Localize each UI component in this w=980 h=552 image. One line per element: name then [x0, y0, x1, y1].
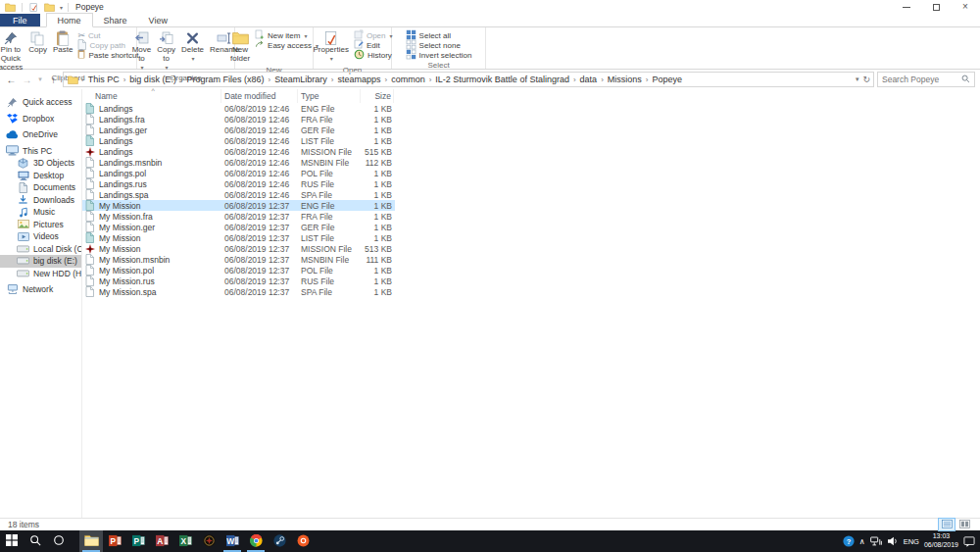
search-button[interactable]: [24, 530, 47, 552]
breadcrumb-item-data[interactable]: data: [577, 75, 601, 84]
file-row-landings-list-file[interactable]: Landings06/08/2019 12:46LIST File1 KB: [82, 135, 395, 146]
delete-button[interactable]: Delete: [178, 29, 207, 73]
file-row-landings-rus-rus-file[interactable]: Landings.rus06/08/2019 12:46RUS File1 KB: [82, 178, 395, 189]
tab-home[interactable]: Home: [46, 13, 93, 27]
clock[interactable]: 13:03 06/08/2019: [924, 532, 958, 550]
sidebar-item-local-disk-c[interactable]: Local Disk (C:): [0, 243, 81, 256]
sidebar-item-music[interactable]: Music: [0, 206, 81, 219]
help-icon[interactable]: ?: [843, 535, 855, 547]
tab-view[interactable]: View: [138, 14, 178, 26]
sidebar-item-onedrive[interactable]: OneDrive: [0, 128, 81, 141]
up-button[interactable]: ↑: [47, 75, 60, 85]
sidebar-item-pictures[interactable]: Pictures: [0, 219, 81, 231]
file-row-my-mission-msnbin-msnbin-file[interactable]: My Mission.msnbin06/08/2019 12:37MSNBIN …: [82, 254, 395, 265]
show-hidden-icons-chevron[interactable]: ∧: [859, 537, 865, 546]
pin-to-quick-access-button[interactable]: Pin to Quick access: [0, 29, 25, 73]
breadcrumb-item-il-2-sturmovik-battle-of-stalingrad[interactable]: IL-2 Sturmovik Battle of Stalingrad: [432, 75, 572, 84]
sidebar-item-network[interactable]: Network: [0, 283, 81, 296]
breadcrumb-item-this-pc[interactable]: This PC: [85, 75, 122, 84]
cut-label: Cut: [88, 31, 100, 40]
invert-selection-button[interactable]: Invert selection: [404, 50, 474, 60]
file-row-landings-mission-file[interactable]: Landings06/08/2019 12:46MISSION File515 …: [82, 146, 395, 157]
file-row-landings-pol-pol-file[interactable]: Landings.pol06/08/2019 12:46POL File1 KB: [82, 168, 395, 178]
tab-share[interactable]: Share: [93, 14, 138, 26]
thumbnails-view-icon: [959, 520, 970, 530]
file-row-my-mission-mission-file[interactable]: My Mission06/08/2019 12:37MISSION File51…: [82, 243, 395, 254]
language-indicator[interactable]: ENG: [904, 537, 919, 546]
forward-button[interactable]: →: [21, 75, 33, 85]
file-row-landings-ger-ger-file[interactable]: Landings.ger06/08/2019 12:46GER File1 KB: [82, 125, 395, 135]
breadcrumb-item-big-disk-e[interactable]: big disk (E:): [126, 75, 179, 84]
copy-to-button[interactable]: Copy to: [154, 29, 178, 73]
file-explorer-button[interactable]: [79, 530, 103, 552]
access-button[interactable]: A: [150, 530, 173, 552]
column-header-name[interactable]: Name ^: [82, 89, 221, 103]
file-row-landings-fra-fra-file[interactable]: Landings.fra06/08/2019 12:46FRA File1 KB: [82, 114, 395, 125]
sidebar-item-new-hdd-h[interactable]: New HDD (H:): [0, 268, 81, 280]
qat-customize-caret[interactable]: [59, 2, 63, 12]
sidebar-item-big-disk-e[interactable]: big disk (E:): [0, 255, 81, 268]
sidebar-item-downloads[interactable]: Downloads: [0, 194, 81, 207]
breadcrumb-item-steamapps[interactable]: steamapps: [334, 75, 383, 84]
minimize-button[interactable]: [892, 0, 921, 14]
qat-new-folder-button[interactable]: [43, 3, 56, 12]
file-row-my-mission-fra-fra-file[interactable]: My Mission.fra06/08/2019 12:37FRA File1 …: [82, 211, 395, 222]
back-button[interactable]: ←: [5, 75, 18, 85]
column-header-type[interactable]: Type: [298, 89, 361, 103]
file-row-my-mission-ger-ger-file[interactable]: My Mission.ger06/08/2019 12:37GER File1 …: [82, 222, 395, 232]
column-header-size[interactable]: Size: [361, 89, 394, 103]
steam-button[interactable]: [268, 530, 291, 552]
file-row-my-mission-pol-pol-file[interactable]: My Mission.pol06/08/2019 12:37POL File1 …: [82, 265, 395, 276]
powerpoint-button[interactable]: P: [103, 530, 126, 552]
sidebar-item-videos[interactable]: Videos: [0, 230, 81, 243]
file-row-landings-eng-file[interactable]: Landings06/08/2019 12:46ENG File1 KB: [82, 103, 395, 114]
chrome-button[interactable]: [244, 530, 268, 552]
sidebar-item-this-pc[interactable]: This PC: [0, 145, 81, 158]
breadcrumb-item-steamlibrary[interactable]: SteamLibrary: [271, 75, 330, 84]
excel-button[interactable]: X: [173, 530, 197, 552]
sidebar-item-dropbox[interactable]: Dropbox: [0, 113, 81, 125]
sidebar-item-quick-access[interactable]: Quick access: [0, 96, 81, 109]
word-button[interactable]: W: [220, 530, 244, 552]
thumbnails-view-button[interactable]: [956, 519, 972, 530]
refresh-icon[interactable]: ↻: [862, 75, 870, 84]
breadcrumb-item-common[interactable]: common: [388, 75, 428, 84]
il2-game-button[interactable]: [197, 530, 220, 552]
file-row-my-mission-eng-file[interactable]: My Mission06/08/2019 12:37ENG File1 KB: [82, 200, 395, 211]
sidebar-item-3d-objects[interactable]: 3D Objects: [0, 157, 81, 170]
file-row-my-mission-list-file[interactable]: My Mission06/08/2019 12:37LIST File1 KB: [82, 232, 395, 243]
address-dropdown-caret[interactable]: ▾: [856, 75, 859, 83]
start-button[interactable]: [0, 530, 24, 552]
new-folder-button[interactable]: New folder: [227, 29, 253, 65]
maximize-button[interactable]: [921, 0, 951, 14]
details-view-button[interactable]: [939, 519, 955, 530]
volume-icon[interactable]: [887, 536, 899, 546]
properties-button[interactable]: Properties: [310, 29, 351, 65]
move-to-button[interactable]: Move to: [129, 29, 155, 73]
publisher-button[interactable]: P: [126, 530, 150, 552]
tab-file[interactable]: File: [0, 14, 40, 26]
address-box[interactable]: ›This PC›big disk (E:)›Program Files (x8…: [63, 72, 874, 87]
network-icon[interactable]: [870, 536, 882, 546]
search-input[interactable]: [882, 75, 961, 84]
close-button[interactable]: ×: [951, 0, 980, 14]
file-row-landings-spa-spa-file[interactable]: Landings.spa06/08/2019 12:46SPA File1 KB: [82, 189, 395, 200]
sidebar-item-documents[interactable]: Documents: [0, 181, 81, 194]
paste-button[interactable]: Paste: [50, 29, 75, 73]
sidebar-item-desktop[interactable]: Desktop: [0, 170, 81, 182]
origin-button[interactable]: [291, 530, 315, 552]
qat-properties-button[interactable]: [27, 3, 40, 12]
action-center-icon[interactable]: [963, 536, 975, 547]
breadcrumb-item-popeye[interactable]: Popeye: [649, 75, 685, 84]
column-header-date-modified[interactable]: Date modified: [221, 89, 298, 103]
file-row-my-mission-spa-spa-file[interactable]: My Mission.spa06/08/2019 12:37SPA File1 …: [82, 286, 395, 297]
recent-locations-button[interactable]: ▾: [36, 75, 44, 83]
copy-button[interactable]: Copy: [25, 29, 50, 73]
svg-text:P: P: [133, 535, 139, 545]
file-row-landings-msnbin-msnbin-file[interactable]: Landings.msnbin06/08/2019 12:46MSNBIN Fi…: [82, 157, 395, 168]
history-button[interactable]: History: [352, 50, 395, 60]
cortana-button[interactable]: [47, 530, 71, 552]
breadcrumb-item-missions[interactable]: Missions: [605, 75, 645, 84]
file-row-my-mission-rus-rus-file[interactable]: My Mission.rus06/08/2019 12:37RUS File1 …: [82, 276, 395, 286]
breadcrumb-item-program-files-x86[interactable]: Program Files (x86): [184, 75, 268, 84]
